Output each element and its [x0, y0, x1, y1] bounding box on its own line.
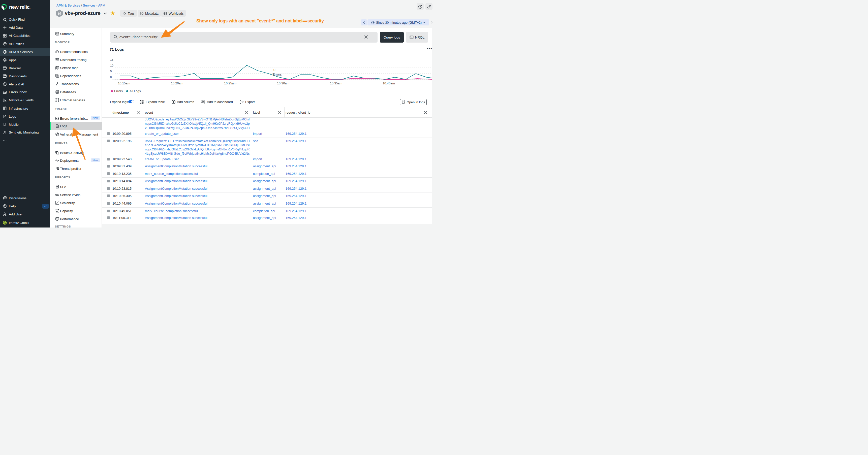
svg-text:0: 0: [274, 68, 276, 72]
svg-text:10:20am: 10:20am: [171, 82, 183, 85]
svg-text:10:40am: 10:40am: [382, 82, 395, 85]
svg-text:10:35am: 10:35am: [330, 82, 342, 85]
svg-text:10:25am: 10:25am: [224, 82, 237, 85]
svg-text:5: 5: [110, 70, 112, 73]
svg-text:15: 15: [110, 58, 114, 61]
svg-text:10:15am: 10:15am: [118, 82, 130, 85]
svg-text:0: 0: [110, 75, 112, 78]
svg-text:Errors: Errors: [273, 72, 282, 76]
svg-text:10:30am: 10:30am: [277, 82, 289, 85]
svg-text:10: 10: [110, 64, 114, 67]
